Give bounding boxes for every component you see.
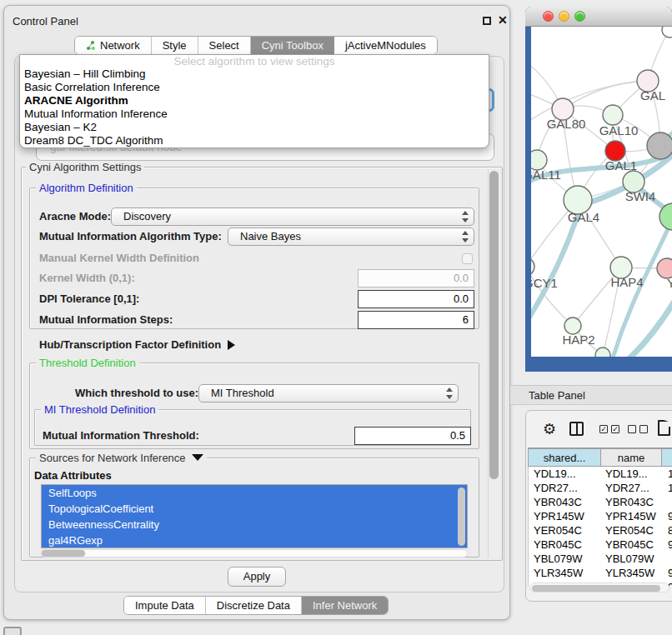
tab-jactivemnodules[interactable]: jActiveMNodules (334, 37, 437, 54)
sources-group-title[interactable]: Sources for Network Inference (36, 452, 207, 464)
table-cell: YPR145W (529, 509, 602, 523)
algorithm-option[interactable]: ARACNE Algorithm (20, 94, 489, 108)
attribute-item[interactable]: gal4RGexp (42, 532, 467, 548)
table-hscrollbar[interactable] (529, 582, 669, 592)
tab-discretize-data[interactable]: Discretize Data (206, 597, 302, 614)
checkbox-unchecked-icon[interactable] (628, 425, 636, 433)
tab-select[interactable]: Select (198, 37, 251, 54)
close-icon[interactable]: ✕ (498, 13, 508, 27)
kernel-width-input[interactable]: 0.0 (358, 269, 474, 288)
table-cell: YPR145W (602, 509, 663, 523)
data-attributes-list[interactable]: SelfLoopsTopologicalCoefficientBetweenne… (41, 484, 468, 548)
table-cell: YBR043C (529, 495, 602, 509)
list-hscrollbar[interactable] (41, 549, 468, 558)
apply-button[interactable]: Apply (228, 567, 286, 587)
checkbox-checked-icon[interactable]: ✓ (599, 425, 608, 433)
table-cell: YBL079W (529, 552, 602, 566)
kernel-width-label: Kernel Width (0,1): (39, 269, 135, 288)
network-node[interactable] (603, 105, 623, 125)
node-label: GAL4 (568, 210, 599, 224)
attribute-item[interactable]: TopologicalCoefficient (42, 501, 467, 517)
tab-impute-data[interactable]: Impute Data (124, 597, 206, 614)
columns-icon[interactable] (569, 422, 584, 436)
table-row[interactable]: YER054CYER054C8. (529, 523, 672, 538)
mi-threshold-input[interactable]: 0.5 (354, 427, 471, 445)
tab-cyni-toolbox[interactable]: Cyni Toolbox (251, 37, 334, 54)
algorithm-option-list: Bayesian – Hill ClimbingBasic Correlatio… (20, 68, 489, 148)
table-cell: 12 (663, 481, 672, 495)
screen: Control Panel ✕ Network Style Select Cyn… (0, 0, 672, 635)
settings-scrollbar-thumb[interactable] (489, 171, 499, 479)
node-label: HAP4 (610, 275, 643, 289)
tab-style[interactable]: Style (152, 37, 198, 54)
node-label: HAP2 (562, 332, 594, 347)
tab-network[interactable]: Network (75, 37, 152, 54)
table-toolbar: ⚙ ✓ ✓ (526, 418, 672, 442)
table-cell: 13 (663, 467, 672, 481)
table-row[interactable]: YBL079WYBL079W (529, 552, 672, 566)
node-label: SWI4 (625, 189, 656, 203)
table-row[interactable]: YBR045CYBR045C9. (529, 538, 672, 552)
column-header-name[interactable]: name (601, 448, 662, 467)
table-cell: YBR045C (529, 538, 602, 552)
table-cell: YDL19... (529, 467, 602, 481)
mi-type-combo[interactable]: Naive Bayes (228, 228, 474, 246)
table-hscrollbar-thumb[interactable] (532, 585, 660, 592)
table-cell: YLR345W (529, 566, 602, 580)
mi-steps-input[interactable]: 6 (358, 311, 474, 329)
table-row[interactable]: YBR043CYBR043C (529, 495, 672, 509)
network-canvas[interactable]: GALGAL80GAL10GAL1GAL11SWI4GAL4GCY1HAP4YH… (531, 27, 672, 357)
which-threshold-combo[interactable]: MI Threshold (198, 384, 459, 402)
hub-definition-expander[interactable]: Hub/Transcription Factor Definition (39, 338, 235, 352)
minimize-traffic-light[interactable] (559, 11, 569, 22)
network-node[interactable] (595, 348, 610, 357)
gear-icon[interactable]: ⚙ (543, 419, 556, 439)
checkbox-checked-icon[interactable]: ✓ (611, 425, 619, 433)
dpi-tolerance-label: DPI Tolerance [0,1]: (39, 290, 139, 308)
algorithm-dropdown-popup: Select algorithm to view settings Bayesi… (19, 54, 489, 148)
column-header-partial[interactable] (662, 448, 672, 467)
node-label: GAL80 (547, 117, 586, 131)
list-scrollbar-thumb[interactable] (458, 488, 465, 546)
list-hscrollbar-thumb[interactable] (42, 550, 85, 557)
network-node[interactable] (662, 27, 672, 38)
mi-threshold-label: Mutual Information Threshold: (43, 427, 199, 445)
mi-threshold-title: MI Threshold Definition (41, 403, 158, 416)
attribute-item[interactable]: SelfLoops (42, 485, 467, 501)
checkbox-unchecked-icon[interactable] (639, 425, 648, 433)
manual-kernel-checkbox[interactable] (462, 253, 473, 264)
attribute-item[interactable]: BetweennessCentrality (42, 517, 467, 532)
table-cell: YLR345W (602, 566, 663, 580)
zoom-traffic-light[interactable] (574, 11, 585, 22)
algorithm-option[interactable]: Basic Correlation Inference (20, 81, 489, 94)
node-label: GAL11 (531, 168, 561, 182)
table-row[interactable]: YDR27...YDR27...12 (529, 481, 672, 495)
table-cell: YDL19... (602, 467, 663, 481)
column-header-shared-name[interactable]: shared... (528, 448, 601, 467)
dpi-tolerance-input[interactable]: 0.0 (358, 290, 474, 308)
network-node[interactable] (647, 132, 672, 159)
expander-down-icon (192, 454, 203, 461)
document-icon[interactable] (658, 420, 670, 436)
aracne-mode-combo[interactable]: Discovery (111, 208, 474, 226)
network-graph: GALGAL80GAL10GAL1GAL11SWI4GAL4GCY1HAP4YH… (531, 27, 672, 357)
network-node[interactable] (531, 258, 534, 276)
float-window-icon[interactable] (483, 17, 491, 25)
close-traffic-light[interactable] (543, 11, 554, 22)
algorithm-option[interactable]: Bayesian – K2 (20, 121, 489, 134)
network-node[interactable] (564, 318, 581, 334)
table-row[interactable]: YLR345WYLR345W9. (529, 566, 672, 580)
network-edge-highlighted (611, 222, 671, 357)
network-window-titlebar[interactable] (525, 7, 672, 27)
table-cell: 9. (663, 566, 672, 580)
dock-grid-icon[interactable] (3, 627, 22, 635)
table-cell: 9. (663, 538, 672, 552)
algorithm-option[interactable]: Dream8 DC_TDC Algorithm (20, 134, 489, 148)
tab-infer-network[interactable]: Infer Network (302, 597, 388, 614)
table-row[interactable]: YDL19...YDL19...13 (529, 467, 672, 481)
table-row[interactable]: YPR145WYPR145W9. (529, 509, 672, 523)
algorithm-placeholder: Select algorithm to view settings (20, 56, 489, 68)
algorithm-option[interactable]: Bayesian – Hill Climbing (20, 68, 489, 81)
algorithm-option[interactable]: Mutual Information Inference (20, 108, 489, 121)
aracne-mode-label: Aracne Mode: (39, 208, 111, 226)
